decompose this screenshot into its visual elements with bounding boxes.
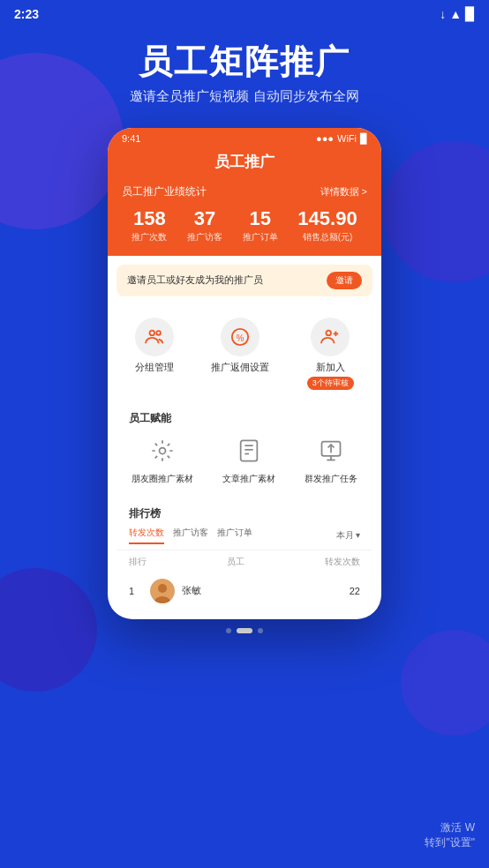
chevron-down-icon: ▾ [356,530,360,540]
action-new-join[interactable]: 新加入 3个待审核 [307,318,354,390]
phone-signal-icon: ●●● [316,133,334,144]
stat-orders: 15 推广订单 [243,208,278,243]
svg-point-0 [150,330,155,335]
stat-promotions-label: 推广次数 [132,231,167,243]
hero-title: 员工矩阵推广 [0,42,489,83]
stat-visitors-label: 推广访客 [187,231,222,243]
svg-point-7 [159,447,165,453]
stats-detail-text: 详情数据 > [320,185,367,198]
status-bar: 2:23 ↓ ▲ ▉ [0,0,489,25]
wifi-icon: ▲ [449,7,462,21]
svg-point-4 [327,330,332,335]
action-new-join-label: 新加入 [316,361,345,374]
empower-section: 员工赋能 朋友圈推广素材 [117,402,372,492]
svg-rect-8 [241,440,258,460]
moments-icon [145,433,180,468]
invite-button[interactable]: 邀请 [327,272,362,289]
article-icon [231,433,267,468]
ranking-tab-visitors[interactable]: 推广访客 [173,527,208,544]
col-employee: 员工 [227,556,244,568]
stat-orders-label: 推广订单 [243,231,278,243]
empower-article[interactable]: 文章推广素材 [222,433,275,485]
rank-number: 1 [129,586,143,596]
ranking-header: 排行榜 [117,506,372,527]
hero-section: 员工矩阵推广 邀请全员推广短视频 自动同步发布全网 [0,25,489,114]
phone-page-title: 员工推广 [214,153,275,170]
stat-visitors-value: 37 [187,208,222,229]
action-section: 分组管理 % 推广返佣设置 [117,305,372,397]
ranking-filter[interactable]: 本月 ▾ [336,527,360,544]
commission-icon: % [221,318,260,356]
new-join-badge: 3个待审核 [307,377,354,390]
ranking-title: 排行榜 [129,506,161,521]
ranking-tab-forwards[interactable]: 转发次数 [129,527,164,544]
phone-status-bar: 9:41 ●●● WiFi ▉ [108,128,381,148]
stat-orders-value: 15 [243,208,278,229]
stats-grid: 158 推广次数 37 推广访客 15 推广订单 145.90 销售总额(元) [122,208,367,243]
hero-subtitle: 邀请全员推广短视频 自动同步发布全网 [0,88,489,105]
avatar [150,579,175,603]
phone-frame: 9:41 ●●● WiFi ▉ 员工推广 员工推广业绩统计 详情数据 > 158 [108,128,381,619]
ranking-tabs: 转发次数 推广访客 推广订单 本月 ▾ [117,527,372,550]
stat-promotions-value: 158 [132,208,167,229]
col-rank: 排行 [129,556,147,568]
col-value: 转发次数 [325,556,360,568]
action-group-manage[interactable]: 分组管理 [135,318,174,390]
status-icons: ↓ ▲ ▉ [440,7,475,21]
empower-title: 员工赋能 [117,411,372,433]
stat-visitors: 37 推广访客 [187,208,222,243]
stats-header-text: 员工推广业绩统计 [122,184,207,199]
activate-watermark: 激活 W 转到"设置" [425,820,475,850]
moments-label: 朋友圈推广素材 [132,473,193,485]
ranking-tab-orders[interactable]: 推广订单 [217,527,252,544]
stat-promotions: 158 推广次数 [132,208,167,243]
rank-value: 22 [350,586,360,596]
table-row: 1 张敏 22 [117,573,372,609]
action-commission[interactable]: % 推广返佣设置 [211,318,269,390]
stats-detail-link[interactable]: 详情数据 > [320,185,367,198]
rank-name: 张敏 [182,584,342,597]
empower-moments[interactable]: 朋友圈推广素材 [132,433,193,485]
dot-2[interactable] [237,628,252,633]
phone-time: 9:41 [122,133,140,144]
status-time: 2:23 [14,7,39,21]
download-icon: ↓ [440,7,446,21]
broadcast-label: 群发推广任务 [305,473,357,485]
action-group-label: 分组管理 [135,361,174,374]
stat-sales-label: 销售总额(元) [297,231,357,243]
empower-grid: 朋友圈推广素材 文章推广素材 [117,433,372,485]
svg-point-1 [156,331,161,335]
ranking-columns: 排行 员工 转发次数 [117,550,372,573]
phone-mockup: 9:41 ●●● WiFi ▉ 员工推广 员工推广业绩统计 详情数据 > 158 [0,128,489,619]
phone-topbar: 员工推广 [108,148,381,181]
empower-broadcast[interactable]: 群发推广任务 [305,433,357,485]
svg-point-17 [158,584,167,593]
ranking-section: 排行榜 转发次数 推广访客 推广订单 本月 ▾ 排行 员工 转发次数 1 [117,498,372,614]
phone-signal-icons: ●●● WiFi ▉ [316,133,367,145]
stats-section: 员工推广业绩统计 详情数据 > 158 推广次数 37 推广访客 15 推广订单 [108,181,381,256]
battery-icon: ▉ [465,7,475,21]
action-commission-label: 推广返佣设置 [211,361,269,374]
dot-1[interactable] [226,628,231,633]
stat-sales-value: 145.90 [297,208,357,229]
svg-text:%: % [237,333,244,342]
group-manage-icon [135,318,174,356]
article-label: 文章推广素材 [222,473,275,485]
new-join-icon [311,318,350,356]
watermark-line1: 激活 W [425,820,475,835]
action-grid: 分组管理 % 推广返佣设置 [117,318,372,390]
invite-banner: 邀请员工或好友成为我的推广员 邀请 [117,265,372,296]
stats-header: 员工推广业绩统计 详情数据 > [122,184,367,199]
ranking-filter-text: 本月 [336,529,354,542]
watermark-line2: 转到"设置" [425,835,475,850]
dot-3[interactable] [258,628,263,633]
stat-sales: 145.90 销售总额(元) [297,208,357,243]
phone-battery-icon: ▉ [360,133,367,145]
invite-text: 邀请员工或好友成为我的推广员 [127,273,263,287]
broadcast-icon [313,433,349,468]
phone-wifi-icon: WiFi [337,133,357,144]
